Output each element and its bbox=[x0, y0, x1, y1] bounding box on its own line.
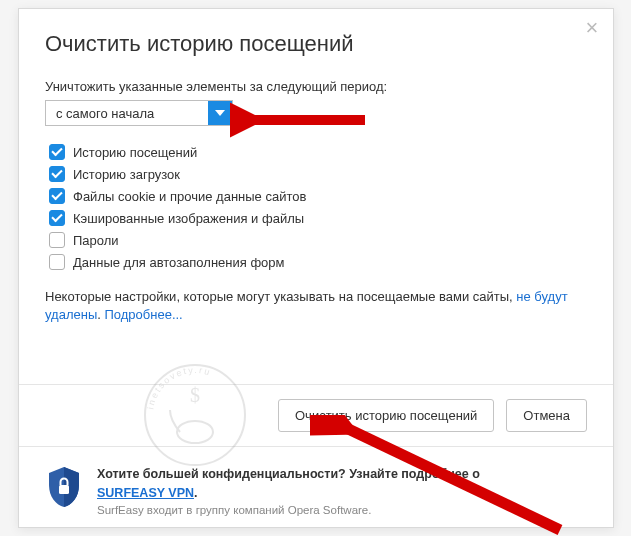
option-label: Кэшированные изображения и файлы bbox=[73, 211, 304, 226]
option-row: Данные для автозаполнения форм bbox=[49, 254, 587, 270]
checkbox-history[interactable] bbox=[49, 144, 65, 160]
notice-link-more[interactable]: Подробнее... bbox=[104, 307, 182, 322]
close-icon[interactable]: × bbox=[581, 17, 603, 39]
option-label: Пароли bbox=[73, 233, 119, 248]
checkbox-passwords[interactable] bbox=[49, 232, 65, 248]
checkbox-downloads[interactable] bbox=[49, 166, 65, 182]
option-label: Данные для автозаполнения форм bbox=[73, 255, 285, 270]
clear-history-button[interactable]: Очистить историю посещений bbox=[278, 399, 494, 432]
option-label: Историю загрузок bbox=[73, 167, 180, 182]
dialog-title: Очистить историю посещений bbox=[45, 31, 587, 57]
period-label: Уничтожить указанные элементы за следующ… bbox=[45, 79, 587, 94]
option-label: Файлы cookie и прочие данные сайтов bbox=[73, 189, 306, 204]
shield-icon bbox=[45, 465, 83, 509]
cancel-button[interactable]: Отмена bbox=[506, 399, 587, 432]
option-row: Кэшированные изображения и файлы bbox=[49, 210, 587, 226]
svg-rect-0 bbox=[59, 485, 69, 494]
checkbox-cookies[interactable] bbox=[49, 188, 65, 204]
option-row: Пароли bbox=[49, 232, 587, 248]
vpn-promo: Хотите большей конфиденциальности? Узнай… bbox=[45, 447, 587, 526]
period-select-value: с самого начала bbox=[46, 106, 208, 121]
chevron-down-icon bbox=[208, 101, 232, 125]
promo-headline: Хотите большей конфиденциальности? Узнай… bbox=[97, 465, 480, 483]
period-select[interactable]: с самого начала bbox=[45, 100, 233, 126]
notice-text: Некоторые настройки, которые могут указы… bbox=[45, 288, 587, 324]
checkbox-autofill[interactable] bbox=[49, 254, 65, 270]
surfeasy-link[interactable]: SURFEASY VPN bbox=[97, 486, 194, 500]
promo-subtext: SurfEasy входит в группу компаний Opera … bbox=[97, 502, 480, 519]
option-row: Историю загрузок bbox=[49, 166, 587, 182]
checkbox-cache[interactable] bbox=[49, 210, 65, 226]
dialog-actions: Очистить историю посещений Отмена bbox=[19, 384, 613, 447]
option-row: Историю посещений bbox=[49, 144, 587, 160]
clear-history-dialog: × Очистить историю посещений Уничтожить … bbox=[18, 8, 614, 528]
option-row: Файлы cookie и прочие данные сайтов bbox=[49, 188, 587, 204]
option-label: Историю посещений bbox=[73, 145, 197, 160]
options-list: Историю посещений Историю загрузок Файлы… bbox=[49, 144, 587, 270]
